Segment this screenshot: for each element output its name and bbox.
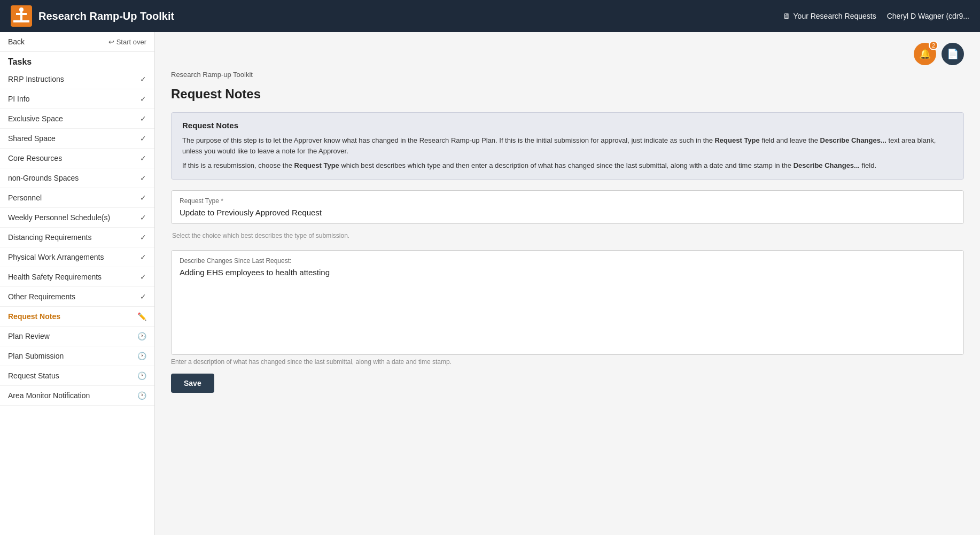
notification-badge: 2: [929, 41, 938, 50]
clock-icon: 🕐: [137, 391, 146, 400]
check-icon: ✓: [140, 292, 146, 301]
your-research-requests-btn[interactable]: 🖥 Your Research Requests: [783, 12, 876, 20]
main-layout: Back ↩ Start over Tasks RRP Instructions…: [0, 32, 980, 535]
sidebar-item-physical-work-arrangements[interactable]: Physical Work Arrangements✓: [0, 247, 154, 267]
check-icon: ✓: [140, 174, 146, 182]
app-logo: [11, 5, 32, 27]
sidebar-item-request-notes[interactable]: Request Notes✏️: [0, 307, 154, 327]
describe-changes-value: Adding EHS employees to health attesting: [180, 268, 955, 348]
sidebar-item-shared-space[interactable]: Shared Space✓: [0, 129, 154, 149]
sidebar-item-label: Exclusive Space: [8, 114, 63, 123]
sidebar-item-label: Distancing Requirements: [8, 233, 91, 242]
check-icon: ✓: [140, 75, 146, 83]
start-over-button[interactable]: ↩ Start over: [108, 38, 146, 46]
svg-point-4: [19, 7, 24, 12]
sidebar-item-label: Shared Space: [8, 134, 56, 143]
sidebar-item-non-grounds-spaces[interactable]: non-Grounds Spaces✓: [0, 168, 154, 188]
sidebar-item-request-status[interactable]: Request Status🕐: [0, 366, 154, 386]
sidebar-item-label: Weekly Personnel Schedule(s): [8, 213, 110, 222]
sidebar-item-weekly-personnel-schedules[interactable]: Weekly Personnel Schedule(s)✓: [0, 208, 154, 228]
sidebar-item-core-resources[interactable]: Core Resources✓: [0, 149, 154, 168]
app-title: Research Ramp-Up Toolkit: [38, 10, 783, 22]
sidebar-item-pi-info[interactable]: PI Info✓: [0, 89, 154, 109]
sidebar-item-distancing-requirements[interactable]: Distancing Requirements✓: [0, 228, 154, 247]
sidebar-item-label: Request Notes: [8, 312, 60, 321]
sidebar-item-label: Plan Submission: [8, 352, 64, 360]
pencil-icon: ✏️: [137, 312, 146, 321]
check-icon: ✓: [140, 213, 146, 222]
sidebar-item-label: Physical Work Arrangements: [8, 253, 104, 261]
bell-icon: 🔔: [919, 48, 931, 60]
check-icon: ✓: [140, 273, 146, 281]
check-icon: ✓: [140, 253, 146, 261]
describe-changes-hint: Enter a description of what has changed …: [171, 358, 964, 366]
sidebar-item-label: PI Info: [8, 95, 29, 103]
check-icon: ✓: [140, 154, 146, 162]
sidebar-item-label: Area Monitor Notification: [8, 391, 90, 400]
request-type-label: Request Type *: [180, 197, 955, 205]
sidebar-top: Back ↩ Start over: [0, 32, 154, 52]
sidebar-item-label: Core Resources: [8, 154, 62, 162]
request-type-field[interactable]: Request Type * Update to Previously Appr…: [171, 190, 964, 224]
requests-icon: 🖥: [783, 12, 790, 20]
sidebar-item-exclusive-space[interactable]: Exclusive Space✓: [0, 109, 154, 129]
icon-group: 🔔 2 📄: [914, 43, 964, 65]
sidebar-item-rrp-instructions[interactable]: RRP Instructions✓: [0, 69, 154, 89]
info-box-paragraph2: If this is a resubmission, choose the Re…: [182, 160, 953, 171]
sidebar-item-label: RRP Instructions: [8, 75, 64, 83]
info-box: Request Notes The purpose of this step i…: [171, 112, 964, 180]
sidebar-item-area-monitor-notification[interactable]: Area Monitor Notification🕐: [0, 386, 154, 406]
header-right: 🖥 Your Research Requests Cheryl D Wagner…: [783, 12, 969, 20]
document-icon-btn[interactable]: 📄: [942, 43, 964, 65]
start-over-icon: ↩: [108, 38, 114, 46]
notification-icon-btn[interactable]: 🔔 2: [914, 43, 936, 65]
check-icon: ✓: [140, 233, 146, 242]
request-type-hint: Select the choice which best describes t…: [171, 232, 964, 239]
sidebar-item-health-safety-requirements[interactable]: Health Safety Requirements✓: [0, 267, 154, 287]
sidebar-item-other-requirements[interactable]: Other Requirements✓: [0, 287, 154, 307]
sidebar: Back ↩ Start over Tasks RRP Instructions…: [0, 32, 155, 535]
check-icon: ✓: [140, 114, 146, 123]
clock-icon: 🕐: [137, 332, 146, 340]
save-button[interactable]: Save: [171, 374, 214, 393]
back-button[interactable]: Back: [8, 37, 25, 46]
document-icon: 📄: [947, 48, 959, 60]
page-title: Request Notes: [171, 87, 964, 102]
user-label: Cheryl D Wagner (cdr9...: [887, 12, 969, 20]
check-icon: ✓: [140, 95, 146, 103]
sidebar-item-plan-review[interactable]: Plan Review🕐: [0, 327, 154, 346]
sidebar-scroll: RRP Instructions✓PI Info✓Exclusive Space…: [0, 69, 154, 535]
sidebar-item-label: Request Status: [8, 371, 59, 380]
check-icon: ✓: [140, 134, 146, 143]
sidebar-item-label: Personnel: [8, 193, 42, 202]
clock-icon: 🕐: [137, 352, 146, 360]
clock-icon: 🕐: [137, 371, 146, 380]
svg-rect-1: [13, 20, 29, 22]
info-box-paragraph1: The purpose of this step is to let the A…: [182, 135, 953, 156]
svg-rect-3: [16, 13, 27, 15]
sidebar-item-label: Health Safety Requirements: [8, 273, 102, 281]
tasks-header: Tasks: [0, 52, 154, 69]
describe-changes-label: Describe Changes Since Last Request:: [180, 257, 955, 265]
request-type-value: Update to Previously Approved Request: [180, 208, 955, 217]
sidebar-item-plan-submission[interactable]: Plan Submission🕐: [0, 346, 154, 366]
breadcrumb: Research Ramp-up Toolkit: [171, 71, 964, 79]
check-icon: ✓: [140, 193, 146, 202]
header: Research Ramp-Up Toolkit 🖥 Your Research…: [0, 0, 980, 32]
info-box-title: Request Notes: [182, 121, 953, 130]
sidebar-item-label: non-Grounds Spaces: [8, 174, 79, 182]
sidebar-item-personnel[interactable]: Personnel✓: [0, 188, 154, 208]
sidebar-item-label: Other Requirements: [8, 292, 75, 301]
describe-changes-field[interactable]: Describe Changes Since Last Request: Add…: [171, 250, 964, 355]
content-area: 🔔 2 📄 Research Ramp-up Toolkit Request N…: [155, 32, 980, 535]
content-header-icons: 🔔 2 📄: [171, 43, 964, 65]
sidebar-item-label: Plan Review: [8, 332, 50, 340]
